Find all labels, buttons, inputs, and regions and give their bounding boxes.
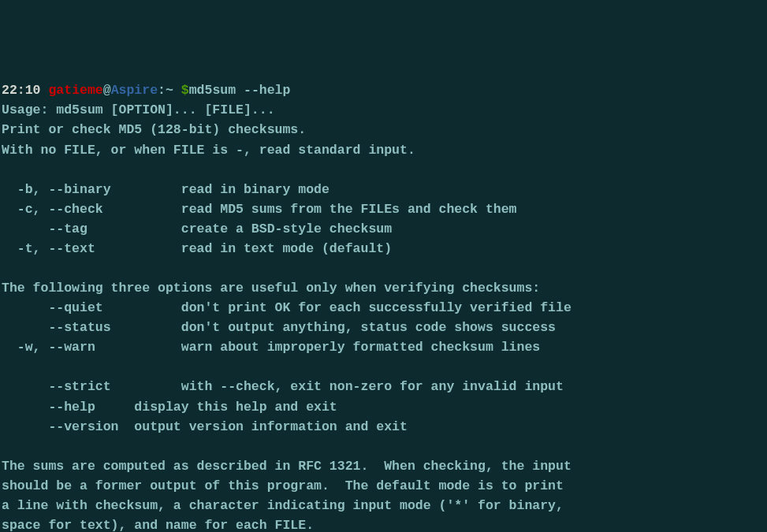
output-line: -w, --warn warn about improperly formatt… [2,340,540,355]
output-line: should be a former output of this progra… [2,478,564,493]
output-line: -b, --binary read in binary mode [2,182,330,197]
output-line: -t, --text read in text mode (default) [2,241,392,256]
command-text: md5sum --help [189,83,291,98]
prompt-user: gatieme [48,83,102,98]
output-line: --quiet don't print OK for each successf… [2,300,572,315]
output-line: The following three options are useful o… [2,281,540,296]
prompt-colon: : [158,83,166,98]
output-line: With no FILE, or when FILE is -, read st… [2,143,415,158]
output-line: --strict with --check, exit non-zero for… [2,379,564,394]
prompt-time: 22:10 [2,83,41,98]
output-line: The sums are computed as described in RF… [2,459,572,474]
output-line: a line with checksum, a character indica… [2,498,564,513]
output-line: Usage: md5sum [OPTION]... [FILE]... [2,102,275,117]
output-line: --tag create a BSD-style checksum [2,221,392,236]
prompt-at: @ [103,83,111,98]
output-line: --version output version information and… [2,419,408,434]
output-line: Print or check MD5 (128-bit) checksums. [2,122,306,137]
output-line: --help display this help and exit [2,400,337,415]
prompt-path: ~ [166,83,173,98]
terminal[interactable]: 22:10 gatieme@Aspire:~ $md5sum --help Us… [2,80,765,532]
output-line: --status don't output anything, status c… [2,320,556,335]
prompt-dollar: $ [173,83,189,98]
prompt-line: 22:10 gatieme@Aspire:~ $md5sum --help [2,83,290,98]
output-line: -c, --check read MD5 sums from the FILEs… [2,202,517,217]
prompt-host: Aspire [111,83,158,98]
output-line: space for text), and name for each FILE. [2,518,314,532]
